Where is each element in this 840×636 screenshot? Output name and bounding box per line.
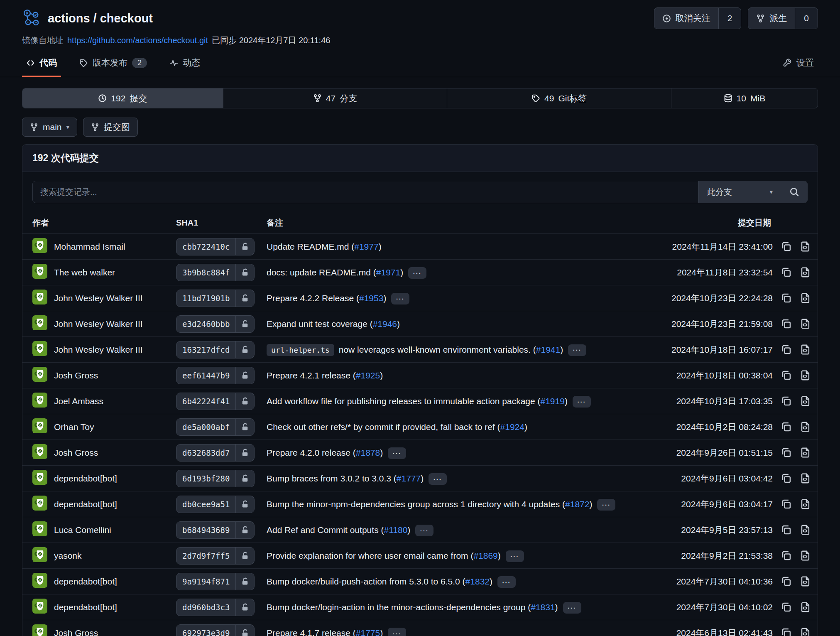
tab-releases[interactable]: 版本发布 2: [75, 53, 151, 77]
tab-activity[interactable]: 动态: [165, 53, 204, 77]
copy-sha-button[interactable]: [781, 421, 792, 432]
commit-more-button[interactable]: ···: [388, 447, 406, 459]
browse-source-button[interactable]: [800, 395, 811, 407]
commit-more-button[interactable]: ···: [391, 293, 409, 304]
commit-author-name[interactable]: dependabot[bot]: [54, 499, 117, 509]
commit-author-name[interactable]: John Wesley Walker III: [54, 345, 143, 355]
commit-more-button[interactable]: ···: [408, 267, 426, 279]
copy-sha-button[interactable]: [781, 292, 792, 304]
commit-pr-link[interactable]: #1775: [356, 628, 380, 636]
commit-author-name[interactable]: yasonk: [54, 551, 82, 561]
commit-author-name[interactable]: dependabot[bot]: [54, 474, 117, 484]
commit-more-button[interactable]: ···: [573, 396, 591, 408]
copy-sha-button[interactable]: [781, 473, 792, 484]
search-button[interactable]: [781, 181, 807, 203]
commit-author-name[interactable]: John Wesley Walker III: [54, 293, 143, 303]
commit-sha-badge[interactable]: d632683dd7: [176, 444, 255, 462]
commit-more-button[interactable]: ···: [506, 550, 524, 562]
watch-count[interactable]: 2: [718, 8, 741, 29]
commit-author-name[interactable]: Joel Ambass: [54, 396, 103, 406]
browse-source-button[interactable]: [800, 241, 811, 252]
commit-sha-badge[interactable]: db0cee9a51: [176, 496, 255, 513]
commit-sha-badge[interactable]: 2d7d9f7ff5: [176, 547, 255, 565]
commit-author-name[interactable]: Josh Gross: [54, 628, 98, 636]
commit-sha-badge[interactable]: 163217dfcd: [176, 341, 255, 359]
browse-source-button[interactable]: [800, 370, 811, 381]
copy-sha-button[interactable]: [781, 267, 792, 278]
commit-more-button[interactable]: ···: [429, 473, 447, 485]
commit-author-name[interactable]: dependabot[bot]: [54, 602, 117, 612]
browse-source-button[interactable]: [800, 267, 811, 278]
fork-button[interactable]: 派生 0: [748, 7, 818, 29]
commit-pr-link[interactable]: #1777: [397, 474, 421, 483]
commit-author-name[interactable]: Josh Gross: [54, 448, 98, 458]
commit-more-button[interactable]: ···: [388, 628, 406, 636]
copy-sha-button[interactable]: [781, 576, 792, 587]
browse-source-button[interactable]: [800, 498, 811, 510]
commit-pr-link[interactable]: #1953: [359, 293, 383, 303]
branch-scope-dropdown[interactable]: 此分支 ▾: [698, 181, 781, 203]
commit-sha-badge[interactable]: 9a9194f871: [176, 573, 255, 590]
commit-sha-badge[interactable]: dd960bd3c3: [176, 599, 255, 616]
commit-pr-link[interactable]: #1941: [536, 345, 560, 354]
fork-count[interactable]: 0: [795, 8, 818, 29]
browse-source-button[interactable]: [800, 292, 811, 304]
commit-more-button[interactable]: ···: [568, 344, 586, 356]
browse-source-button[interactable]: [800, 576, 811, 587]
commit-more-button[interactable]: ···: [497, 576, 516, 588]
copy-sha-button[interactable]: [781, 524, 792, 535]
browse-source-button[interactable]: [800, 344, 811, 355]
tab-code[interactable]: 代码: [22, 53, 61, 77]
browse-source-button[interactable]: [800, 473, 811, 484]
commit-author-name[interactable]: The web walker: [54, 268, 115, 277]
copy-sha-button[interactable]: [781, 241, 792, 252]
commit-pr-link[interactable]: #1977: [354, 242, 378, 251]
commit-more-button[interactable]: ···: [415, 525, 433, 536]
commit-pr-link[interactable]: #1919: [541, 396, 565, 406]
repo-title[interactable]: actions / checkout: [48, 12, 153, 25]
copy-sha-button[interactable]: [781, 627, 792, 636]
commit-pr-link[interactable]: #1872: [565, 499, 589, 509]
commit-sha-badge[interactable]: de5a000abf: [176, 418, 255, 436]
commit-pr-link[interactable]: #1832: [465, 577, 490, 586]
commit-author-name[interactable]: Luca Comellini: [54, 525, 111, 535]
stat-branches[interactable]: 47 分支: [223, 88, 447, 108]
stat-tags[interactable]: 49 Git标签: [447, 88, 671, 108]
mirror-url-link[interactable]: https://github.com/actions/checkout.git: [67, 36, 208, 45]
browse-source-button[interactable]: [800, 602, 811, 613]
copy-sha-button[interactable]: [781, 370, 792, 381]
commit-sha-badge[interactable]: 3b9b8c884f: [176, 264, 255, 281]
commit-pr-link[interactable]: #1831: [531, 602, 555, 612]
copy-sha-button[interactable]: [781, 344, 792, 355]
copy-sha-button[interactable]: [781, 602, 792, 613]
commit-author-name[interactable]: dependabot[bot]: [54, 577, 117, 587]
browse-source-button[interactable]: [800, 627, 811, 636]
browse-source-button[interactable]: [800, 550, 811, 561]
copy-sha-button[interactable]: [781, 498, 792, 510]
commit-sha-badge[interactable]: 6d193bf280: [176, 470, 255, 487]
browse-source-button[interactable]: [800, 524, 811, 535]
commit-author-name[interactable]: Orhan Toy: [54, 422, 94, 432]
browse-source-button[interactable]: [800, 318, 811, 329]
commit-sha-badge[interactable]: 692973e3d9: [176, 624, 255, 636]
commit-more-button[interactable]: ···: [597, 499, 615, 511]
commit-sha-badge[interactable]: b684943689: [176, 521, 255, 539]
commit-pr-link[interactable]: #1878: [356, 448, 380, 457]
commit-pr-link[interactable]: #1925: [356, 371, 380, 380]
browse-source-button[interactable]: [800, 421, 811, 432]
commit-sha-badge[interactable]: eef61447b9: [176, 367, 255, 384]
commit-author-name[interactable]: Mohammad Ismail: [54, 242, 125, 252]
commit-search-input[interactable]: [33, 181, 698, 203]
copy-sha-button[interactable]: [781, 550, 792, 561]
commit-pr-link[interactable]: #1946: [373, 319, 397, 329]
commit-pr-link[interactable]: #1869: [473, 551, 497, 560]
commit-sha-badge[interactable]: 6b42224f41: [176, 393, 255, 410]
commit-sha-badge[interactable]: 11bd71901b: [176, 290, 255, 307]
commit-pr-link[interactable]: #1971: [376, 268, 400, 277]
tab-settings[interactable]: 设置: [779, 53, 818, 77]
stat-commits[interactable]: 192 提交: [22, 88, 223, 108]
commit-pr-link[interactable]: #1924: [500, 422, 524, 432]
browse-source-button[interactable]: [800, 447, 811, 458]
copy-sha-button[interactable]: [781, 447, 792, 458]
commit-author-name[interactable]: John Wesley Walker III: [54, 319, 143, 329]
